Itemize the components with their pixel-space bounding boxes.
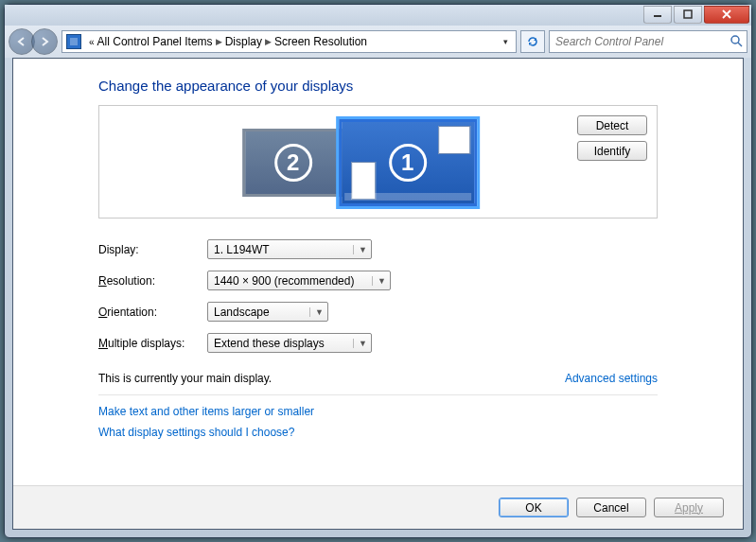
- monitor-group[interactable]: 2 1: [242, 119, 477, 206]
- orientation-label: Orientation:: [98, 306, 207, 319]
- svg-rect-1: [684, 10, 692, 18]
- multiple-displays-value: Extend these displays: [214, 337, 325, 350]
- minimize-button[interactable]: [643, 6, 672, 24]
- arrange-side-buttons: Detect Identify: [577, 115, 647, 161]
- svg-point-2: [731, 36, 739, 44]
- resolution-select[interactable]: 1440 × 900 (recommended) ▼: [207, 271, 391, 290]
- monitor-1[interactable]: 1: [339, 119, 477, 206]
- address-bar[interactable]: « All Control Panel Items ▶ Display ▶ Sc…: [62, 30, 517, 53]
- content-area: Change the appearance of your displays 2…: [12, 58, 744, 530]
- monitor-2-number: 2: [274, 144, 312, 182]
- help-links: Make text and other items larger or smal…: [98, 405, 658, 439]
- refresh-button[interactable]: [520, 30, 545, 53]
- ok-button[interactable]: OK: [499, 498, 569, 517]
- crumb-screenres[interactable]: Screen Resolution: [274, 35, 367, 48]
- chevron-right-icon: ▶: [216, 37, 222, 46]
- identify-button[interactable]: Identify: [577, 141, 647, 161]
- maximize-button[interactable]: [674, 6, 702, 24]
- window-buttons: [643, 6, 749, 24]
- search-icon[interactable]: [730, 34, 743, 50]
- resolution-label: Resolution:: [98, 274, 207, 288]
- settings-form: Display: 1. L194WT ▼ Resolution: 1440 × …: [98, 239, 658, 353]
- chevron-down-icon: ▼: [353, 339, 367, 348]
- resolution-value: 1440 × 900 (recommended): [214, 274, 354, 288]
- svg-line-3: [738, 43, 742, 46]
- control-panel-icon: [66, 34, 81, 49]
- cancel-button[interactable]: Cancel: [576, 498, 646, 517]
- orientation-value: Landscape: [214, 306, 270, 319]
- chevron-left-icon: «: [89, 37, 95, 47]
- crumb-all[interactable]: All Control Panel Items: [97, 35, 213, 48]
- breadcrumb[interactable]: « All Control Panel Items ▶ Display ▶ Sc…: [85, 33, 371, 50]
- chevron-down-icon: ▼: [353, 245, 367, 254]
- mini-window-icon: [438, 126, 470, 154]
- dialog-footer: OK Cancel Apply: [13, 485, 743, 529]
- monitor-2[interactable]: 2: [242, 129, 344, 197]
- multiple-displays-label: Multiple displays:: [98, 337, 207, 350]
- nav-row: « All Control Panel Items ▶ Display ▶ Sc…: [5, 26, 751, 58]
- monitor-1-number: 1: [389, 144, 427, 182]
- advanced-settings-link[interactable]: Advanced settings: [565, 372, 658, 385]
- page-title: Change the appearance of your displays: [98, 78, 658, 94]
- minimize-icon: [653, 9, 662, 19]
- display-arrangement-box[interactable]: 2 1 Detect Identify: [98, 105, 658, 219]
- maximize-icon: [683, 9, 693, 19]
- svg-rect-0: [654, 15, 661, 17]
- help-link[interactable]: What display settings should I choose?: [98, 426, 658, 439]
- content-inner: Change the appearance of your displays 2…: [13, 59, 743, 485]
- forward-arrow-icon: [39, 36, 50, 47]
- forward-button[interactable]: [31, 28, 58, 55]
- address-dropdown[interactable]: ▾: [497, 37, 514, 46]
- titlebar: [5, 5, 751, 26]
- display-value: 1. L194WT: [214, 243, 270, 256]
- text-size-link[interactable]: Make text and other items larger or smal…: [98, 405, 658, 418]
- main-display-row: This is currently your main display. Adv…: [98, 372, 658, 395]
- chevron-right-icon: ▶: [265, 37, 272, 46]
- multiple-displays-select[interactable]: Extend these displays ▼: [207, 333, 372, 353]
- chevron-down-icon: ▼: [309, 307, 324, 317]
- close-button[interactable]: [704, 6, 749, 24]
- main-display-message: This is currently your main display.: [98, 372, 272, 385]
- close-icon: [722, 9, 731, 19]
- window-frame: « All Control Panel Items ▶ Display ▶ Sc…: [4, 4, 752, 538]
- orientation-select[interactable]: Landscape ▼: [207, 302, 328, 322]
- display-label: Display:: [98, 243, 207, 256]
- chevron-down-icon: ▼: [372, 276, 386, 286]
- search-box[interactable]: [549, 30, 747, 53]
- mini-taskbar-icon: [344, 193, 471, 201]
- refresh-icon: [526, 35, 539, 48]
- back-arrow-icon: [16, 36, 27, 47]
- detect-button[interactable]: Detect: [577, 115, 647, 135]
- crumb-display[interactable]: Display: [225, 35, 262, 48]
- nav-arrows: [9, 28, 58, 55]
- apply-button[interactable]: Apply: [654, 498, 724, 517]
- search-input[interactable]: [554, 34, 726, 49]
- display-select[interactable]: 1. L194WT ▼: [207, 239, 372, 259]
